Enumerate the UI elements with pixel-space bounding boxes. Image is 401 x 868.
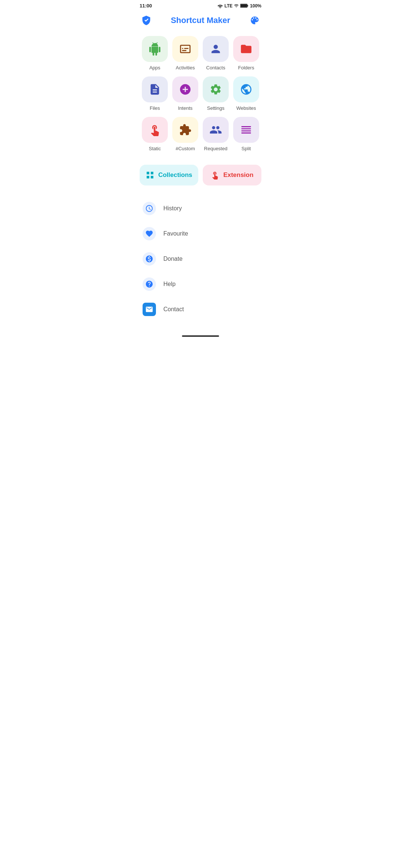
apps-label: Apps	[149, 65, 160, 70]
status-time: 11:00	[140, 3, 152, 9]
menu-item-favourite[interactable]: Favourite	[140, 221, 261, 246]
extension-label: Extension	[223, 171, 253, 179]
donate-label: Donate	[163, 256, 183, 262]
status-bar: 11:00 LTE 100%	[134, 0, 267, 10]
home-indicator	[134, 331, 267, 340]
menu-item-contact[interactable]: Contact	[140, 297, 261, 322]
collections-label: Collections	[158, 171, 192, 179]
menu-item-donate[interactable]: Donate	[140, 246, 261, 272]
grid-item-settings[interactable]: Settings	[202, 76, 229, 111]
battery-icon	[240, 3, 248, 8]
shortcut-grid: Apps Activities Contacts	[134, 33, 267, 151]
files-icon-box	[142, 76, 168, 102]
wifi-icon	[217, 3, 223, 8]
activities-label: Activities	[176, 65, 195, 70]
grid-row-1: Apps Activities Contacts	[140, 36, 261, 70]
svg-rect-1	[247, 5, 248, 7]
status-icons: LTE 100%	[217, 3, 261, 9]
grid-item-intents[interactable]: Intents	[172, 76, 199, 111]
split-label: Split	[241, 146, 251, 151]
clock-icon	[143, 202, 156, 215]
static-label: Static	[149, 146, 161, 151]
email-icon	[143, 303, 156, 316]
requested-icon-box	[203, 117, 229, 143]
home-bar	[182, 335, 219, 337]
settings-icon-box	[203, 76, 229, 102]
grid-row-3: Static #Custom Requested	[140, 117, 261, 151]
page-title: Shortcut Maker	[153, 16, 248, 25]
grid-item-websites[interactable]: Websites	[233, 76, 260, 111]
websites-icon-box	[233, 76, 259, 102]
grid-item-static[interactable]: Static	[141, 117, 168, 151]
grid-item-contacts[interactable]: Contacts	[202, 36, 229, 70]
svg-rect-2	[241, 4, 247, 7]
extension-button[interactable]: Extension	[203, 165, 261, 185]
collections-button[interactable]: Collections	[140, 165, 198, 185]
signal-icon	[234, 3, 239, 8]
grid-item-apps[interactable]: Apps	[141, 36, 168, 70]
menu-item-history[interactable]: History	[140, 196, 261, 221]
action-buttons: Collections Extension	[134, 157, 267, 194]
grid-item-custom[interactable]: #Custom	[172, 117, 199, 151]
heart-icon	[143, 227, 156, 240]
requested-label: Requested	[204, 146, 228, 151]
intents-label: Intents	[178, 105, 192, 111]
files-label: Files	[150, 105, 160, 111]
header: Shortcut Maker	[134, 10, 267, 33]
folders-label: Folders	[238, 65, 254, 70]
history-label: History	[163, 205, 182, 212]
dollar-icon	[143, 252, 156, 266]
contacts-icon-box	[203, 36, 229, 62]
battery-label: 100%	[250, 3, 261, 9]
grid-item-folders[interactable]: Folders	[233, 36, 260, 70]
split-icon-box	[233, 117, 259, 143]
help-label: Help	[163, 281, 176, 287]
grid-item-activities[interactable]: Activities	[172, 36, 199, 70]
contact-label: Contact	[163, 306, 184, 313]
custom-icon-box	[172, 117, 198, 143]
contacts-label: Contacts	[206, 65, 225, 70]
websites-label: Websites	[236, 105, 256, 111]
menu-item-help[interactable]: Help	[140, 272, 261, 297]
lte-label: LTE	[225, 3, 233, 9]
folders-icon-box	[233, 36, 259, 62]
favourite-label: Favourite	[163, 230, 188, 237]
grid-icon	[146, 171, 154, 180]
activities-icon-box	[172, 36, 198, 62]
settings-label: Settings	[207, 105, 225, 111]
custom-label: #Custom	[176, 146, 195, 151]
apps-icon-box	[142, 36, 168, 62]
badge-icon[interactable]	[140, 14, 153, 27]
question-icon	[143, 277, 156, 291]
grid-row-2: Files Intents Settings	[140, 76, 261, 111]
static-icon-box	[142, 117, 168, 143]
grid-item-split[interactable]: Split	[233, 117, 260, 151]
intents-icon-box	[172, 76, 198, 102]
palette-icon[interactable]	[248, 14, 261, 27]
touch-icon	[211, 171, 219, 180]
grid-item-files[interactable]: Files	[141, 76, 168, 111]
grid-item-requested[interactable]: Requested	[202, 117, 229, 151]
menu-section: History Favourite Donate Help	[134, 194, 267, 331]
